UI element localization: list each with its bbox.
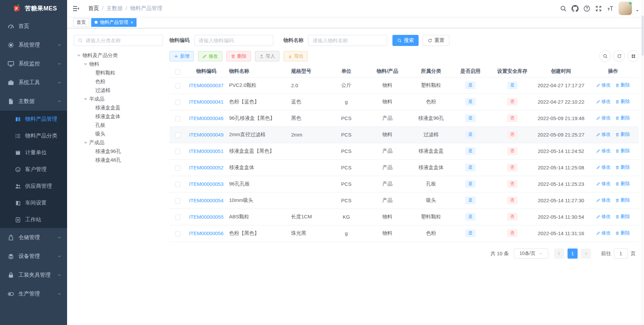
row-checkbox[interactable] — [175, 149, 180, 154]
material-code-link[interactable]: ITEM00000056 — [189, 230, 224, 236]
row-checkbox[interactable] — [175, 215, 180, 220]
row-checkbox[interactable] — [175, 165, 180, 171]
material-code-link[interactable]: ITEM00000054 — [189, 198, 224, 203]
delete-button[interactable]: 删除 — [226, 51, 251, 61]
row-checkbox[interactable] — [175, 83, 180, 89]
sidebar-toggle-icon[interactable] — [72, 5, 80, 12]
tree-node[interactable]: 吸头 — [74, 129, 166, 138]
page-size-select[interactable]: 10条/页 — [514, 249, 548, 259]
delete-link[interactable]: 删除 — [615, 197, 630, 203]
help-icon[interactable] — [583, 5, 590, 12]
tree-node[interactable]: 移液盒96孔 — [74, 147, 166, 156]
avatar-caret-icon[interactable] — [635, 9, 639, 13]
window-scrollbar[interactable] — [641, 0, 644, 325]
tree-node[interactable]: 物料 — [74, 60, 166, 68]
sidebar-item-customer-mgmt[interactable]: 客户管理 — [0, 161, 67, 178]
row-checkbox[interactable] — [175, 116, 180, 121]
edit-link[interactable]: 修改 — [596, 164, 611, 170]
sidebar-item-workstation[interactable]: 工作站 — [0, 211, 67, 228]
material-code-link[interactable]: ITEM00000055 — [189, 214, 224, 220]
material-code-link[interactable]: ITEM00000051 — [189, 148, 224, 154]
tree-node[interactable]: 半成品 — [74, 95, 166, 103]
row-checkbox[interactable] — [175, 182, 180, 187]
tree-node[interactable]: 色粉 — [74, 77, 166, 86]
export-button[interactable]: 导出 — [283, 51, 308, 61]
sidebar-item-tooling-fixture-mgmt[interactable]: 工装夹具管理 — [0, 266, 67, 284]
row-checkbox[interactable] — [175, 100, 180, 105]
name-input[interactable] — [308, 35, 387, 46]
material-code-link[interactable]: ITEM00000046 — [189, 115, 224, 121]
code-input[interactable] — [194, 35, 273, 46]
tab-home[interactable]: 首页 — [73, 18, 89, 27]
refresh-table-button[interactable] — [613, 50, 625, 62]
github-icon[interactable] — [572, 5, 579, 12]
sidebar-item-workshop-setting[interactable]: 车间设置 — [0, 195, 67, 211]
sidebar-item-home[interactable]: 首页 — [0, 17, 67, 36]
sidebar-item-system-admin[interactable]: 系统管理 — [0, 36, 67, 54]
user-avatar[interactable] — [619, 2, 632, 15]
delete-link[interactable]: 删除 — [615, 82, 630, 88]
edit-link[interactable]: 修改 — [596, 82, 611, 88]
delete-link[interactable]: 删除 — [615, 148, 630, 154]
material-code-link[interactable]: ITEM00000037 — [189, 83, 224, 88]
tree-node[interactable]: 移液盒盒盖 — [74, 103, 166, 112]
header-search-icon[interactable] — [560, 5, 567, 12]
material-code-link[interactable]: ITEM00000041 — [189, 99, 224, 105]
edit-button[interactable]: 修改 — [198, 51, 222, 61]
delete-link[interactable]: 删除 — [615, 181, 630, 187]
delete-link[interactable]: 删除 — [615, 230, 630, 236]
toggle-search-button[interactable] — [599, 50, 611, 62]
material-code-link[interactable]: ITEM00000049 — [189, 132, 224, 138]
scrollbar-thumb[interactable] — [642, 15, 644, 56]
tree-caret-icon[interactable] — [84, 142, 87, 146]
edit-link[interactable]: 修改 — [596, 230, 611, 236]
edit-link[interactable]: 修改 — [596, 214, 611, 220]
tree-node[interactable]: 孔板 — [74, 121, 166, 129]
tree-node[interactable]: 物料及产品分类 — [74, 51, 166, 60]
delete-link[interactable]: 删除 — [615, 214, 630, 220]
tree-node[interactable]: 移液盒48孔 — [74, 156, 166, 164]
tree-caret-icon[interactable] — [77, 55, 80, 58]
row-checkbox[interactable] — [175, 132, 180, 138]
tree-caret-icon[interactable] — [84, 63, 87, 67]
page-number-1[interactable]: 1 — [568, 249, 578, 259]
add-button[interactable]: 新增 — [169, 51, 194, 61]
sidebar-item-material-product-mgmt[interactable]: 物料产品管理 — [0, 111, 67, 127]
edit-link[interactable]: 修改 — [596, 197, 611, 203]
row-checkbox[interactable] — [175, 231, 180, 236]
font-size-icon[interactable] — [607, 5, 614, 12]
edit-link[interactable]: 修改 — [596, 115, 611, 121]
delete-link[interactable]: 删除 — [615, 99, 630, 105]
select-all-checkbox[interactable] — [175, 69, 180, 74]
sidebar-item-warehouse-mgmt[interactable]: 仓储管理 — [0, 228, 67, 247]
tree-node[interactable]: 塑料颗粒 — [74, 68, 166, 77]
import-button[interactable]: 导入 — [255, 51, 279, 61]
sidebar-item-system-tools[interactable]: 系统工具 — [0, 73, 67, 92]
sidebar-item-system-monitor[interactable]: 系统监控 — [0, 54, 67, 73]
delete-link[interactable]: 删除 — [615, 131, 630, 138]
sidebar-item-master-data[interactable]: 主数据 — [0, 92, 67, 111]
sidebar-item-material-product-category[interactable]: 物料产品分类 — [0, 127, 67, 144]
close-icon[interactable]: × — [130, 20, 133, 25]
next-page-button[interactable] — [581, 249, 591, 259]
material-code-link[interactable]: ITEM00000053 — [189, 181, 224, 187]
delete-link[interactable]: 删除 — [615, 115, 630, 121]
fullscreen-icon[interactable] — [595, 5, 602, 12]
breadcrumb-home[interactable]: 首页 — [88, 5, 99, 12]
reset-button[interactable]: 重置 — [423, 35, 449, 46]
column-settings-button[interactable] — [628, 50, 639, 62]
sidebar-item-supplier-mgmt[interactable]: 供应商管理 — [0, 178, 67, 195]
tree-node[interactable]: 移液盒盒体 — [74, 112, 166, 121]
tree-node[interactable]: 过滤棉 — [74, 86, 166, 95]
tree-caret-icon[interactable] — [84, 98, 87, 102]
sidebar-item-production-mgmt[interactable]: 生产管理 — [0, 284, 67, 303]
tab-material-product-mgmt[interactable]: 物料产品管理× — [91, 18, 137, 27]
material-code-link[interactable]: ITEM00000052 — [189, 165, 224, 170]
edit-link[interactable]: 修改 — [596, 181, 611, 187]
prev-page-button[interactable] — [554, 249, 564, 259]
goto-page-input[interactable] — [614, 249, 628, 259]
edit-link[interactable]: 修改 — [596, 148, 611, 154]
sidebar-item-measure-unit[interactable]: 计量单位 — [0, 144, 67, 161]
sidebar-item-equipment-mgmt[interactable]: 设备管理 — [0, 247, 67, 266]
delete-link[interactable]: 删除 — [615, 164, 630, 170]
